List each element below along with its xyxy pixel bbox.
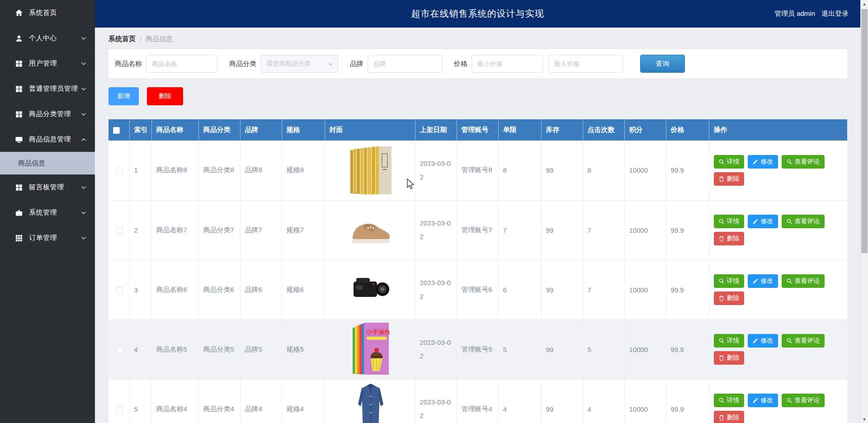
- product-name-input[interactable]: [146, 55, 217, 73]
- row-checkbox-cell: [108, 379, 129, 423]
- price-max-input[interactable]: [548, 55, 623, 73]
- logout-link[interactable]: 退出登录: [821, 9, 849, 18]
- view-comments-button[interactable]: 查看评论: [782, 215, 825, 228]
- row-checkbox[interactable]: [116, 287, 123, 294]
- sidebar-item[interactable]: 留言板管理: [0, 174, 95, 200]
- cell-account: 管理账号7: [457, 200, 498, 260]
- view-comments-button[interactable]: 查看评论: [782, 334, 825, 348]
- view-comments-button[interactable]: 查看评论: [782, 394, 825, 407]
- breadcrumb: 系统首页 / 商品信息: [108, 34, 847, 43]
- detail-button[interactable]: 详情: [714, 274, 744, 288]
- sidebar-item[interactable]: 用户管理: [0, 51, 95, 76]
- table-row: 2商品名称7商品分类7品牌7规格72023-03-02管理账号779971000…: [108, 200, 847, 260]
- cell-date: 2023-03-02: [415, 320, 457, 379]
- category-select-placeholder: 请选择商品分类: [266, 60, 311, 68]
- edit-button[interactable]: 修改: [748, 274, 778, 288]
- row-delete-button[interactable]: 删除: [714, 172, 744, 186]
- row-delete-button[interactable]: 删除: [714, 351, 744, 365]
- column-header: 积分: [624, 119, 666, 141]
- cell-spec: 规格8: [282, 141, 325, 200]
- cell-spec: 规格5: [282, 320, 325, 379]
- cell-product-name: 商品名称4: [151, 379, 198, 423]
- scroll-up-icon[interactable]: ▲: [861, 0, 868, 8]
- sidebar-item[interactable]: 系统管理: [0, 200, 95, 225]
- cell-stock: 99: [541, 260, 583, 320]
- row-checkbox[interactable]: [116, 347, 123, 353]
- table-row: 1商品名称8商品分类8品牌8规格82023-03-02管理账号889981000…: [108, 141, 847, 200]
- grid-icon: [15, 110, 23, 118]
- cell-points: 10000: [624, 260, 666, 320]
- chevron-down-icon: [80, 111, 87, 118]
- price-min-input[interactable]: [472, 55, 543, 73]
- row-delete-button[interactable]: 删除: [714, 232, 744, 245]
- cell-cover: 小手涂色: [325, 320, 415, 379]
- sidebar-item[interactable]: 系统首页: [0, 0, 95, 25]
- select-all-checkbox[interactable]: [113, 127, 120, 134]
- delete-button[interactable]: 删除: [147, 87, 183, 105]
- sidebar-item-label: 个人中心: [29, 34, 80, 42]
- chevron-down-icon: [80, 210, 87, 216]
- magnifier-icon: [786, 278, 793, 284]
- column-header: 规格: [282, 119, 325, 141]
- sidebar-item[interactable]: 个人中心: [0, 25, 95, 51]
- add-button[interactable]: 新增: [108, 87, 139, 105]
- row-checkbox[interactable]: [116, 227, 123, 234]
- grid-icon: [15, 60, 23, 68]
- sidebar-item[interactable]: 商品分类管理: [0, 101, 95, 127]
- sidebar: 系统首页个人中心用户管理普通管理员管理商品分类管理商品信息管理商品信息留言板管理…: [0, 0, 95, 423]
- cell-spec: 规格7: [282, 200, 325, 260]
- sidebar-item[interactable]: 普通管理员管理: [0, 76, 95, 101]
- cell-category: 商品分类6: [198, 260, 240, 320]
- detail-button[interactable]: 详情: [714, 215, 744, 228]
- chevron-down-icon: [80, 35, 87, 42]
- magnifier-icon: [786, 338, 793, 344]
- row-delete-button[interactable]: 删除: [714, 411, 744, 423]
- row-checkbox[interactable]: [116, 406, 123, 413]
- detail-button[interactable]: 详情: [714, 394, 744, 407]
- column-header: 索引: [129, 119, 151, 141]
- edit-button[interactable]: 修改: [748, 155, 778, 169]
- column-header: 库存: [541, 119, 583, 141]
- cell-account: 管理账号4: [457, 379, 498, 423]
- table-header: 索引商品名称商品分类品牌规格封面上架日期管理账号单限库存点击次数积分价格操作: [108, 119, 847, 141]
- sidebar-item[interactable]: 商品信息管理: [0, 127, 95, 152]
- trash-icon: [718, 355, 725, 361]
- edit-button[interactable]: 修改: [748, 215, 778, 228]
- cell-price: 99.9: [666, 379, 709, 423]
- cell-clicks: 5: [583, 320, 624, 379]
- breadcrumb-current: 商品信息: [146, 35, 173, 43]
- detail-button[interactable]: 详情: [714, 334, 744, 348]
- sidebar-item[interactable]: 订单管理: [0, 225, 95, 250]
- row-delete-button[interactable]: 删除: [714, 291, 744, 305]
- cell-actions: 详情修改查看评论删除: [709, 141, 847, 200]
- sidebar-item-label: 系统首页: [29, 9, 87, 17]
- category-select[interactable]: 请选择商品分类: [260, 55, 338, 73]
- cell-actions: 详情修改查看评论删除: [709, 320, 847, 379]
- magnifier-icon: [786, 159, 793, 165]
- cell-category: 商品分类5: [198, 320, 240, 379]
- cell-product-name: 商品名称5: [151, 320, 198, 379]
- brand-input[interactable]: [368, 55, 442, 73]
- cell-index: 3: [129, 260, 151, 320]
- category-label: 商品分类: [229, 60, 256, 68]
- query-button[interactable]: 查询: [640, 55, 685, 73]
- view-comments-button[interactable]: 查看评论: [782, 155, 825, 169]
- row-checkbox[interactable]: [116, 168, 123, 174]
- cell-cover: [325, 379, 415, 423]
- topbar-user-area: 管理员 admin 退出登录: [774, 0, 849, 28]
- edit-button[interactable]: 修改: [748, 334, 778, 348]
- detail-button[interactable]: 详情: [714, 155, 744, 169]
- sidebar-item-label: 普通管理员管理: [29, 85, 80, 93]
- scroll-down-icon[interactable]: ▼: [861, 415, 868, 423]
- view-comments-button[interactable]: 查看评论: [782, 274, 825, 288]
- breadcrumb-home[interactable]: 系统首页: [108, 35, 136, 43]
- cell-limit: 7: [498, 200, 541, 260]
- edit-button[interactable]: 修改: [748, 394, 778, 407]
- vertical-scrollbar[interactable]: ▲ ▼: [860, 0, 868, 423]
- cell-points: 10000: [624, 320, 666, 379]
- table-icon: [15, 234, 23, 242]
- scrollbar-thumb[interactable]: [861, 9, 868, 253]
- chevron-down-icon: [80, 61, 87, 67]
- sidebar-subitem[interactable]: 商品信息: [0, 152, 95, 174]
- cell-index: 4: [129, 320, 151, 379]
